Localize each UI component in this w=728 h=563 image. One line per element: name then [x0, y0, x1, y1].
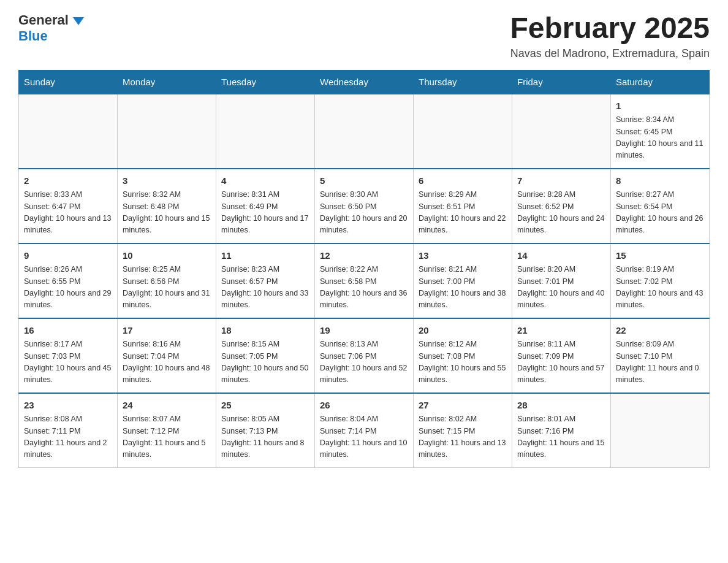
day-info: Sunrise: 8:25 AMSunset: 6:56 PMDaylight:… — [123, 264, 211, 312]
calendar-cell: 7Sunrise: 8:28 AMSunset: 6:52 PMDaylight… — [512, 169, 611, 243]
day-info: Sunrise: 8:04 AMSunset: 7:14 PMDaylight:… — [320, 413, 408, 461]
logo: General Blue — [18, 12, 84, 44]
day-number: 9 — [24, 249, 112, 263]
day-info: Sunrise: 8:01 AMSunset: 7:16 PMDaylight:… — [517, 413, 605, 461]
calendar-cell: 20Sunrise: 8:12 AMSunset: 7:08 PMDayligh… — [414, 318, 512, 393]
calendar-cell: 2Sunrise: 8:33 AMSunset: 6:47 PMDaylight… — [19, 169, 118, 243]
calendar-cell: 19Sunrise: 8:13 AMSunset: 7:06 PMDayligh… — [315, 318, 414, 393]
calendar-cell: 11Sunrise: 8:23 AMSunset: 6:57 PMDayligh… — [216, 243, 315, 318]
calendar-cell: 15Sunrise: 8:19 AMSunset: 7:02 PMDayligh… — [611, 243, 710, 318]
logo-text-main: General — [18, 12, 84, 28]
day-number: 4 — [221, 174, 309, 188]
day-number: 10 — [123, 249, 211, 263]
calendar-week-row: 2Sunrise: 8:33 AMSunset: 6:47 PMDaylight… — [19, 169, 710, 243]
calendar-cell: 27Sunrise: 8:02 AMSunset: 7:15 PMDayligh… — [414, 393, 512, 468]
calendar-cell: 14Sunrise: 8:20 AMSunset: 7:01 PMDayligh… — [512, 243, 611, 318]
calendar-cell: 10Sunrise: 8:25 AMSunset: 6:56 PMDayligh… — [118, 243, 216, 318]
day-info: Sunrise: 8:07 AMSunset: 7:12 PMDaylight:… — [123, 413, 211, 461]
calendar-cell: 22Sunrise: 8:09 AMSunset: 7:10 PMDayligh… — [611, 318, 710, 393]
page-header: General Blue February 2025 Navas del Mad… — [18, 12, 710, 60]
day-number: 22 — [616, 324, 704, 338]
calendar-cell: 24Sunrise: 8:07 AMSunset: 7:12 PMDayligh… — [118, 393, 216, 468]
day-number: 5 — [320, 174, 408, 188]
day-number: 13 — [419, 249, 507, 263]
title-block: February 2025 Navas del Madrono, Extrema… — [510, 12, 710, 60]
day-info: Sunrise: 8:21 AMSunset: 7:00 PMDaylight:… — [419, 264, 507, 312]
calendar-cell: 4Sunrise: 8:31 AMSunset: 6:49 PMDaylight… — [216, 169, 315, 243]
calendar-cell: 25Sunrise: 8:05 AMSunset: 7:13 PMDayligh… — [216, 393, 315, 468]
col-saturday: Saturday — [611, 70, 710, 94]
day-info: Sunrise: 8:02 AMSunset: 7:15 PMDaylight:… — [419, 413, 507, 461]
day-number: 16 — [24, 324, 112, 338]
day-number: 1 — [616, 99, 704, 113]
day-info: Sunrise: 8:30 AMSunset: 6:50 PMDaylight:… — [320, 189, 408, 237]
day-info: Sunrise: 8:32 AMSunset: 6:48 PMDaylight:… — [123, 189, 211, 237]
day-info: Sunrise: 8:20 AMSunset: 7:01 PMDaylight:… — [517, 264, 605, 312]
calendar-cell: 13Sunrise: 8:21 AMSunset: 7:00 PMDayligh… — [414, 243, 512, 318]
day-number: 3 — [123, 174, 211, 188]
calendar-cell: 21Sunrise: 8:11 AMSunset: 7:09 PMDayligh… — [512, 318, 611, 393]
calendar-cell: 8Sunrise: 8:27 AMSunset: 6:54 PMDaylight… — [611, 169, 710, 243]
day-number: 23 — [24, 399, 112, 413]
day-number: 8 — [616, 174, 704, 188]
calendar-cell — [512, 94, 611, 169]
day-number: 18 — [221, 324, 309, 338]
calendar-week-row: 1Sunrise: 8:34 AMSunset: 6:45 PMDaylight… — [19, 94, 710, 169]
calendar-cell: 1Sunrise: 8:34 AMSunset: 6:45 PMDaylight… — [611, 94, 710, 169]
day-info: Sunrise: 8:27 AMSunset: 6:54 PMDaylight:… — [616, 189, 704, 237]
day-number: 6 — [419, 174, 507, 188]
day-number: 11 — [221, 249, 309, 263]
day-info: Sunrise: 8:09 AMSunset: 7:10 PMDaylight:… — [616, 339, 704, 386]
day-info: Sunrise: 8:16 AMSunset: 7:04 PMDaylight:… — [123, 339, 211, 386]
calendar-cell — [611, 393, 710, 468]
day-info: Sunrise: 8:08 AMSunset: 7:11 PMDaylight:… — [24, 413, 112, 461]
day-number: 24 — [123, 399, 211, 413]
day-info: Sunrise: 8:15 AMSunset: 7:05 PMDaylight:… — [221, 339, 309, 386]
calendar-cell: 17Sunrise: 8:16 AMSunset: 7:04 PMDayligh… — [118, 318, 216, 393]
day-number: 15 — [616, 249, 704, 263]
day-info: Sunrise: 8:34 AMSunset: 6:45 PMDaylight:… — [616, 114, 704, 162]
calendar-cell — [19, 94, 118, 169]
calendar-cell: 26Sunrise: 8:04 AMSunset: 7:14 PMDayligh… — [315, 393, 414, 468]
col-sunday: Sunday — [19, 70, 118, 94]
day-number: 14 — [517, 249, 605, 263]
day-number: 12 — [320, 249, 408, 263]
calendar-cell — [315, 94, 414, 169]
day-number: 7 — [517, 174, 605, 188]
calendar-cell: 18Sunrise: 8:15 AMSunset: 7:05 PMDayligh… — [216, 318, 315, 393]
day-info: Sunrise: 8:17 AMSunset: 7:03 PMDaylight:… — [24, 339, 112, 386]
calendar-cell — [414, 94, 512, 169]
calendar-cell: 5Sunrise: 8:30 AMSunset: 6:50 PMDaylight… — [315, 169, 414, 243]
calendar-week-row: 16Sunrise: 8:17 AMSunset: 7:03 PMDayligh… — [19, 318, 710, 393]
day-info: Sunrise: 8:22 AMSunset: 6:58 PMDaylight:… — [320, 264, 408, 312]
col-thursday: Thursday — [414, 70, 512, 94]
location: Navas del Madrono, Extremadura, Spain — [510, 47, 710, 60]
calendar-cell: 3Sunrise: 8:32 AMSunset: 6:48 PMDaylight… — [118, 169, 216, 243]
calendar-cell: 23Sunrise: 8:08 AMSunset: 7:11 PMDayligh… — [19, 393, 118, 468]
day-number: 17 — [123, 324, 211, 338]
day-info: Sunrise: 8:19 AMSunset: 7:02 PMDaylight:… — [616, 264, 704, 312]
calendar-cell: 16Sunrise: 8:17 AMSunset: 7:03 PMDayligh… — [19, 318, 118, 393]
day-info: Sunrise: 8:28 AMSunset: 6:52 PMDaylight:… — [517, 189, 605, 237]
calendar-cell — [118, 94, 216, 169]
day-number: 20 — [419, 324, 507, 338]
calendar-cell: 28Sunrise: 8:01 AMSunset: 7:16 PMDayligh… — [512, 393, 611, 468]
calendar-cell: 12Sunrise: 8:22 AMSunset: 6:58 PMDayligh… — [315, 243, 414, 318]
calendar-cell — [216, 94, 315, 169]
calendar-cell: 6Sunrise: 8:29 AMSunset: 6:51 PMDaylight… — [414, 169, 512, 243]
col-tuesday: Tuesday — [216, 70, 315, 94]
day-info: Sunrise: 8:33 AMSunset: 6:47 PMDaylight:… — [24, 189, 112, 237]
day-info: Sunrise: 8:11 AMSunset: 7:09 PMDaylight:… — [517, 339, 605, 386]
calendar-week-row: 23Sunrise: 8:08 AMSunset: 7:11 PMDayligh… — [19, 393, 710, 468]
day-number: 25 — [221, 399, 309, 413]
calendar-cell: 9Sunrise: 8:26 AMSunset: 6:55 PMDaylight… — [19, 243, 118, 318]
calendar-header-row: Sunday Monday Tuesday Wednesday Thursday… — [19, 70, 710, 94]
calendar-week-row: 9Sunrise: 8:26 AMSunset: 6:55 PMDaylight… — [19, 243, 710, 318]
col-friday: Friday — [512, 70, 611, 94]
day-number: 2 — [24, 174, 112, 188]
month-title: February 2025 — [510, 12, 710, 45]
day-info: Sunrise: 8:26 AMSunset: 6:55 PMDaylight:… — [24, 264, 112, 312]
col-monday: Monday — [118, 70, 216, 94]
day-number: 26 — [320, 399, 408, 413]
day-number: 19 — [320, 324, 408, 338]
